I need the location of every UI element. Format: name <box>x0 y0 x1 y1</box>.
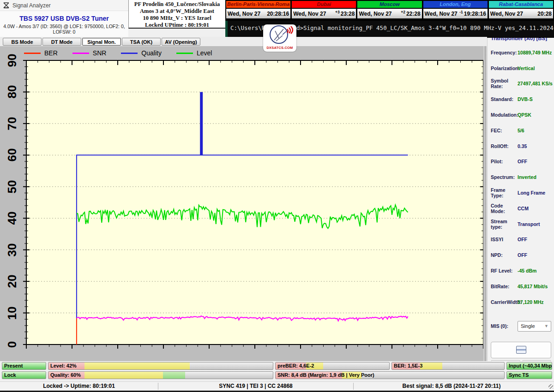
field-label: CarrierWidth: <box>491 299 518 305</box>
clock-city-label: Dubai <box>292 1 356 8</box>
field-label: Standard: <box>491 96 518 102</box>
mode-tabs-row: BS ModeDT ModeSignal Mon.TSA (OK)AV (Ope… <box>0 37 487 46</box>
gauge-label: Input (~40,34 Mbps) <box>507 362 552 369</box>
clock-column: DubaiWed, Nov 27+323:28 <box>292 1 356 20</box>
gauge-ber: BER: 1,5E-3 <box>391 362 505 370</box>
clock-utc-offset: -1 <box>459 10 463 14</box>
field-value: Vertical <box>518 65 535 71</box>
legend-item: SNR <box>72 49 107 57</box>
window-titlebar: Signal Analyzer <box>0 0 128 11</box>
y-axis-tick-label: 20 <box>4 272 20 291</box>
legend-line-swatch <box>72 53 89 54</box>
site-info-box: PF Prodelin 450_Lučenec/Slovakia Amos 3 … <box>128 0 225 29</box>
field-label: RF Level: <box>491 268 518 273</box>
clock-date: Wed, Nov 27 <box>490 11 538 17</box>
clock-time-value: 19:28:16 <box>464 11 486 17</box>
app-icon <box>3 2 10 9</box>
y-axis-tick-label: 50 <box>4 178 20 196</box>
field-value: 5/6 <box>518 128 524 133</box>
tab-bs-mode[interactable]: BS Mode <box>3 38 42 46</box>
y-axis-tick-label: 80 <box>4 83 20 101</box>
field-value: 27497,481 KS/s <box>518 81 553 86</box>
transponder-field-row: ISSYIOFF <box>488 232 554 248</box>
mis-row: MIS (0): Single ▼ <box>488 321 554 332</box>
y-axis-tick-label: 30 <box>4 241 20 259</box>
gauge-snr: SNR: 8,4 dB (Margin: 1,9 dB | Very Poor) <box>275 371 505 379</box>
clock-date: Wed, Nov 27 <box>359 11 401 17</box>
site-info-line: Amos 3 at 4,0°W_Middle East <box>129 8 225 15</box>
tuner-details: 4.0W - Amos 3/7 (ID: 3560) @ LOF1: 97500… <box>0 24 128 35</box>
transponder-field-row: CarrierWidth:37,120 MHz <box>488 294 554 310</box>
y-axis-tick-label: 60 <box>4 146 20 164</box>
clock-time-value: 20:28 <box>537 11 552 17</box>
clock-date: Wed, Nov 27 <box>425 11 460 17</box>
field-label: Code Mode: <box>491 203 518 214</box>
statusbar: Locked -> Uptime: 80:19:01 SYNC 419 | TE… <box>0 381 554 392</box>
clock-time-row: Wed, Nov 27-119:28:16 <box>423 9 488 18</box>
gauge-label: Present <box>2 362 46 369</box>
field-label: RollOff: <box>491 143 518 149</box>
legend-line-swatch <box>176 53 193 54</box>
clock-column: Rabat-CasablancaWed, Nov 2720:28 <box>489 1 553 20</box>
gauge-preber: preBER: 4,6E-2 <box>275 362 390 370</box>
tab-av-opening-[interactable]: AV (Opening) <box>162 38 200 46</box>
statusbar-sync-info: SYNC 419 | TEI 3 | CC 24868 <box>158 382 353 391</box>
signal-gauges: PresentLevel: 42%preBER: 4,6E-2BER: 1,5E… <box>0 361 554 381</box>
mis-dropdown[interactable]: Single ▼ <box>518 321 551 332</box>
gauge-label: preBER: 4,6E-2 <box>276 362 389 369</box>
clock-city-label: Berlin-Paris-Vienna-Roma <box>226 1 290 8</box>
gauge-label: BER: 1,5E-3 <box>392 362 504 369</box>
field-value: OFF <box>518 237 527 242</box>
mis-label: MIS (0): <box>491 323 518 329</box>
statusbar-best-signal: Best signal: 8,5 dB (2024-11-27 20:11) <box>354 382 549 391</box>
field-value: 37,120 MHz <box>518 299 544 305</box>
transponder-panel: Transponder (A0) [BS] Frequency:10889,74… <box>487 38 554 361</box>
gauge-level: Level: 42% <box>48 362 273 370</box>
clock-time-row: Wed, Nov 27+323:28 <box>292 9 356 18</box>
legend-label: Quality <box>141 49 162 57</box>
clock-time-row: Wed, Nov 2720:28 <box>489 9 553 18</box>
y-axis-tick-label: 90 <box>4 51 20 70</box>
field-label: Symbol Rate: <box>491 78 518 89</box>
tab-tsa-ok-[interactable]: TSA (OK) <box>122 38 161 46</box>
tab-signal-mon-[interactable]: Signal Mon. <box>82 38 121 46</box>
resize-grip[interactable] <box>548 384 553 389</box>
clock-column: Berlin-Paris-Vienna-RomaWed, Nov 2720:28… <box>226 1 290 20</box>
clock-time-row: Wed, Nov 27+222:28 <box>357 9 422 18</box>
tuner-panel: TBS 5927 USB DVB-S2 Tuner 4.0W - Amos 3/… <box>0 11 128 37</box>
field-value: -45 dBm <box>518 268 536 273</box>
field-value: QPSK <box>518 112 531 118</box>
site-info-line: Locked UPtime : 80:19:01 <box>129 22 225 29</box>
transponder-field-row: Symbol Rate:27497,481 KS/s <box>488 76 554 92</box>
legend-label: BER <box>44 49 58 57</box>
gauge-input-40-34-mbps-: Input (~40,34 Mbps) <box>506 362 552 370</box>
dxsatcs-logo: DXSATCS.COM <box>263 24 296 52</box>
field-label: ISSYI <box>491 237 518 242</box>
legend-label: SNR <box>93 49 107 57</box>
panel-divider <box>483 46 487 361</box>
field-value: DVB-S <box>518 96 533 102</box>
tab-dt-mode[interactable]: DT Mode <box>42 38 81 46</box>
clock-utc-offset: +3 <box>335 10 340 14</box>
transponder-field-row: Spectrum:Inverted <box>488 169 554 185</box>
save-button[interactable] <box>491 342 551 358</box>
gauge-label: SNR: 8,4 dB (Margin: 1,9 dB | Very Poor) <box>276 372 504 379</box>
field-label: Frame Type: <box>491 187 518 198</box>
gauge-label: Sync TS <box>507 372 552 379</box>
legend-item: Quality <box>121 49 162 57</box>
signal-chart-panel: BERSNRQualityLevel 9080706050403020100 <box>0 46 487 361</box>
logo-text: DXSATCS.COM <box>263 46 296 50</box>
clock-city-label: Rabat-Casablanca <box>489 1 553 8</box>
transponder-field-row: RollOff:0.35 <box>488 138 554 154</box>
transponder-field-row: Polarization:Vertical <box>488 60 554 76</box>
field-label: Modulation: <box>491 112 518 118</box>
chart-legend: BERSNRQualityLevel <box>24 48 212 58</box>
transponder-field-row: Frequency:10889,749 MHz <box>488 45 554 60</box>
gauge-label: Quality: 60% <box>48 372 273 379</box>
mis-value: Single <box>521 323 535 329</box>
clock-time-value: 22:28 <box>406 11 421 17</box>
y-axis-tick-label: 70 <box>4 114 20 133</box>
legend-item: BER <box>24 49 58 57</box>
gauge-label: Lock <box>2 372 46 379</box>
chevron-down-icon: ▼ <box>544 324 548 328</box>
